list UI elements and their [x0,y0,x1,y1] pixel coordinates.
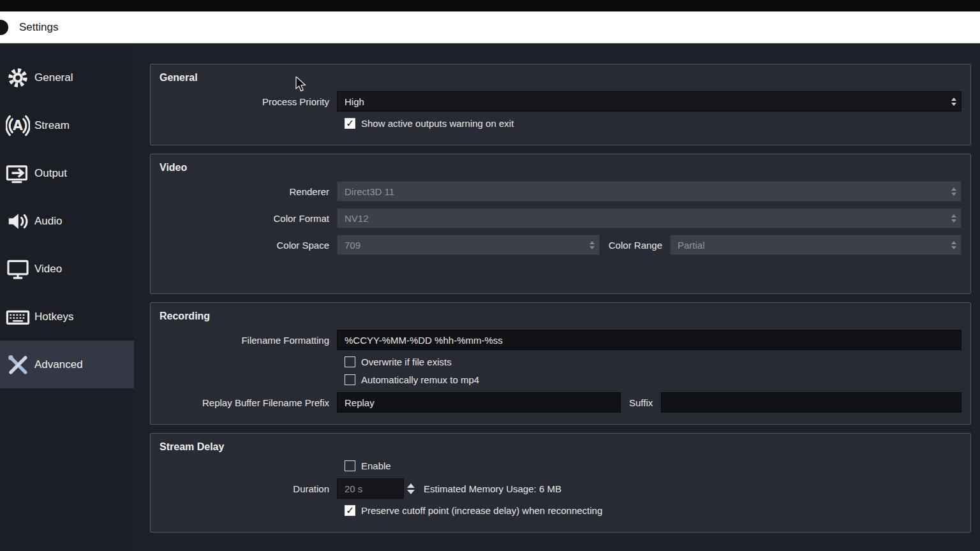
spinner-arrows-icon [951,182,956,201]
section-stream-delay: Stream Delay Enable Duration 20 s Estima… [150,433,971,533]
remux-label: Automatically remux to mp4 [361,374,479,385]
enable-delay-row: Enable [345,460,961,471]
sidebar-item-label: Advanced [34,358,83,371]
color-range-value: Partial [678,240,705,251]
remux-checkbox[interactable] [345,374,355,385]
speaker-icon [1,209,34,233]
color-format-row: Color Format NV12 [160,208,961,228]
keyboard-icon [1,305,34,329]
sidebar-item-label: Stream [34,119,70,132]
monitor-icon [1,257,34,281]
tools-icon [1,353,34,377]
preserve-cutoff-row: Preserve cutoff point (increase delay) w… [345,505,961,516]
process-priority-label: Process Priority [160,96,337,107]
overwrite-checkbox[interactable] [345,356,355,367]
app-logo-icon [0,20,8,35]
settings-window: Settings General A [0,0,980,551]
sidebar-item-audio[interactable]: Audio [0,197,134,245]
color-space-select: 709 [337,235,600,255]
suffix-input[interactable] [661,392,961,413]
suffix-label: Suffix [621,397,661,408]
sidebar-item-advanced[interactable]: Advanced [0,341,134,388]
sidebar-item-general[interactable]: General [0,54,134,101]
duration-spinbox[interactable]: 20 s [337,478,404,499]
renderer-row: Renderer Direct3D 11 [160,181,961,202]
filename-formatting-input[interactable] [337,330,961,350]
preserve-cutoff-checkbox[interactable] [345,505,355,516]
broadcast-icon: A [1,114,34,138]
color-range-select: Partial [670,235,961,255]
gear-icon [1,66,34,90]
settings-sidebar: General A Stream [0,43,134,551]
enable-delay-label: Enable [361,460,391,471]
replay-prefix-input[interactable] [337,392,621,413]
sidebar-item-label: Hotkeys [34,311,73,323]
spinner-arrows-icon [951,209,956,228]
show-warning-row: Show active outputs warning on exit [345,118,961,129]
duration-row: Duration 20 s Estimated Memory Usage: 6 … [160,478,961,499]
spinner-arrows-icon [951,235,956,254]
sidebar-item-label: Output [34,167,67,180]
replay-prefix-row: Replay Buffer Filename Prefix Suffix [160,392,961,413]
sidebar-item-video[interactable]: Video [0,245,134,293]
sidebar-item-output[interactable]: Output [0,149,134,197]
duration-spinner-arrows-icon[interactable] [407,483,415,494]
color-format-label: Color Format [160,213,337,224]
color-space-value: 709 [345,240,360,251]
svg-text:A: A [13,118,23,133]
dialog-title: Settings [19,21,58,34]
section-title: Recording [160,311,961,322]
sidebar-item-label: General [34,71,73,84]
settings-content: General Process Priority High Show activ… [134,43,980,551]
duration-label: Duration [160,483,337,494]
process-priority-select[interactable]: High [337,91,961,112]
spinner-arrows-icon[interactable] [951,92,956,111]
duration-value: 20 s [345,483,362,494]
preserve-cutoff-label: Preserve cutoff point (increase delay) w… [361,505,602,516]
remux-row: Automatically remux to mp4 [345,374,961,385]
process-priority-value: High [345,96,364,107]
color-space-row: Color Space 709 Color Range Partial [160,235,961,255]
sidebar-item-label: Audio [34,215,62,228]
section-title: General [160,72,961,84]
output-icon [1,161,34,186]
section-title: Video [160,162,961,173]
section-recording: Recording Filename Formatting Overwrite … [150,302,971,425]
renderer-label: Renderer [160,186,337,197]
show-warning-label: Show active outputs warning on exit [361,118,514,129]
spinner-arrows-icon [590,235,595,254]
sidebar-item-label: Video [34,263,62,276]
color-format-value: NV12 [345,213,369,224]
color-format-select: NV12 [337,208,961,228]
show-warning-checkbox[interactable] [345,118,355,129]
window-chrome-bar [0,0,980,11]
section-title: Stream Delay [160,441,961,453]
enable-delay-checkbox[interactable] [345,460,355,471]
sidebar-item-stream[interactable]: A Stream [0,101,134,149]
section-video: Video Renderer Direct3D 11 Color Format … [150,154,971,294]
renderer-value: Direct3D 11 [345,186,394,197]
overwrite-row: Overwrite if file exists [345,356,961,367]
dialog-titlebar[interactable]: Settings [0,11,980,43]
color-space-label: Color Space [160,240,337,251]
section-general: General Process Priority High Show activ… [150,64,971,145]
process-priority-row: Process Priority High [160,91,961,112]
color-range-label: Color Range [600,240,670,251]
filename-formatting-label: Filename Formatting [160,335,337,346]
memory-usage-text: Estimated Memory Usage: 6 MB [424,483,561,494]
filename-formatting-row: Filename Formatting [160,330,961,350]
overwrite-label: Overwrite if file exists [361,356,452,367]
sidebar-item-hotkeys[interactable]: Hotkeys [0,293,134,341]
replay-prefix-label: Replay Buffer Filename Prefix [160,397,337,408]
renderer-select: Direct3D 11 [337,181,961,202]
